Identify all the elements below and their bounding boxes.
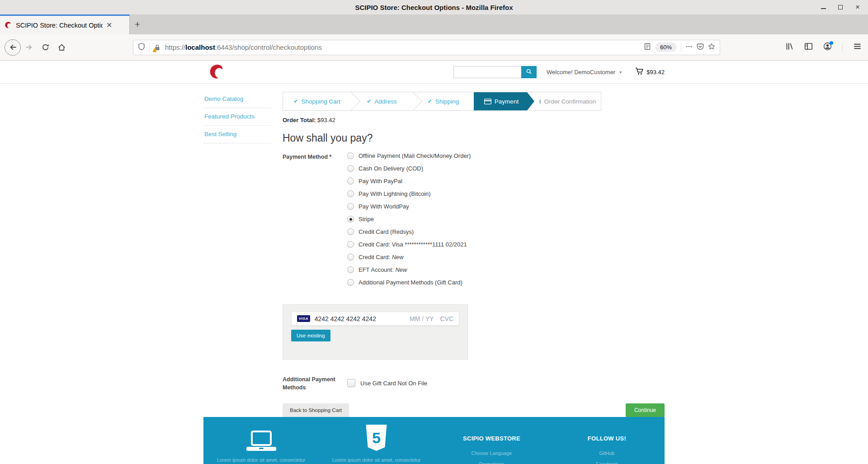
payment-option-label: Stripe <box>359 216 374 223</box>
radio-button[interactable] <box>347 152 354 159</box>
step-payment: Payment <box>474 92 534 110</box>
footer-links-webstore: Choose LanguagePromotions <box>434 448 549 464</box>
url-text: https://localhost:6443/shop/control/chec… <box>165 43 322 51</box>
footer-link[interactable]: Choose Language <box>434 450 549 456</box>
footer-text-1: Lorem ipsum dolor sit amet, consectetur … <box>213 457 309 464</box>
radio-button[interactable] <box>347 203 354 210</box>
radio-button[interactable] <box>347 216 354 223</box>
use-existing-button[interactable]: Use existing <box>291 330 330 341</box>
radio-button[interactable] <box>347 254 354 260</box>
footer-heading-webstore: SCIPIO WEBSTORE <box>434 435 549 442</box>
maximize-button[interactable] <box>837 4 844 10</box>
payment-option[interactable]: Cash On Delivery (COD) <box>347 165 471 172</box>
sidebar-link[interactable]: Featured Products <box>204 113 255 120</box>
tracking-shield-icon[interactable] <box>138 43 145 52</box>
sidebars-icon[interactable] <box>804 42 813 52</box>
radio-button[interactable] <box>347 266 354 273</box>
payment-option-label: EFT Account: New <box>359 266 407 273</box>
payment-option-label: Credit Card: Visa ************1111 02/20… <box>359 241 467 248</box>
back-to-cart-button[interactable]: Back to Shopping Cart <box>283 403 349 417</box>
sidebar-link[interactable]: Best Selling <box>204 131 236 137</box>
sidebar-link[interactable]: Demo Catalog <box>204 95 243 102</box>
home-button[interactable] <box>53 39 70 56</box>
payment-option[interactable]: Additional Payment Methods (Gift Card) <box>347 279 471 286</box>
footer-heading-follow: FOLLOW US! <box>549 435 665 442</box>
browser-toolbar: https://localhost:6443/shop/control/chec… <box>0 34 868 61</box>
forward-button[interactable] <box>21 39 37 56</box>
zoom-level-indicator[interactable]: 60% <box>655 43 677 52</box>
payment-option[interactable]: Pay With Lightning (Bitcoin) <box>347 190 471 198</box>
site-footer: Lorem ipsum dolor sit amet, consectetur … <box>203 417 665 464</box>
page-viewport: Welcome! DemoCustomer ▾ $93.42 Demo Cata… <box>0 61 868 464</box>
laptop-icon <box>246 431 276 451</box>
card-expiry-field[interactable]: MM / YY <box>410 315 434 322</box>
payment-option[interactable]: Offline Payment (Mail Check/Money Order) <box>347 152 471 160</box>
footer-link[interactable]: Facebook <box>549 461 665 464</box>
store-header: Welcome! DemoCustomer ▾ $93.42 <box>0 61 868 84</box>
footer-link[interactable]: GitHub <box>549 450 665 456</box>
card-cvc-field[interactable]: CVC <box>440 315 453 322</box>
payment-option-label: Additional Payment Methods (Gift Card) <box>359 279 462 286</box>
back-button[interactable] <box>5 39 21 56</box>
cart-icon <box>635 67 644 76</box>
payment-option[interactable]: Credit Card: New <box>347 253 471 261</box>
lock-icon[interactable] <box>154 44 161 51</box>
account-menu[interactable]: Welcome! DemoCustomer ▾ <box>547 69 622 76</box>
search-icon <box>526 68 532 76</box>
payment-option[interactable]: Credit Card (Redsys) <box>347 228 471 236</box>
close-window-button[interactable]: × <box>854 4 861 10</box>
reader-mode-icon[interactable] <box>644 43 651 52</box>
account-icon[interactable] <box>823 42 832 52</box>
radio-button[interactable] <box>347 190 354 197</box>
page-title: How shall you pay? <box>283 132 665 144</box>
radio-button[interactable] <box>347 241 354 248</box>
footer-link[interactable]: Promotions <box>434 461 549 464</box>
pocket-icon[interactable] <box>697 43 704 52</box>
library-icon[interactable] <box>785 42 794 52</box>
menu-hamburger-icon[interactable] <box>853 42 862 52</box>
page-actions-icon[interactable] <box>685 43 693 52</box>
step-shopping-cart[interactable]: ✔Shopping Cart <box>283 92 351 110</box>
url-bar[interactable]: https://localhost:6443/shop/control/chec… <box>133 40 720 55</box>
minimize-button[interactable] <box>820 4 826 10</box>
tab-bar: SCIPIO Store: Checkout Options ✕ + <box>0 14 868 34</box>
browser-tab[interactable]: SCIPIO Store: Checkout Options ✕ <box>0 14 130 34</box>
check-icon: ✔ <box>293 98 298 104</box>
sidebar-item: Demo Catalog <box>203 90 271 108</box>
radio-button[interactable] <box>347 165 354 172</box>
order-total-label: Order Total: <box>283 117 316 123</box>
search-button[interactable] <box>521 66 537 78</box>
radio-button[interactable] <box>347 228 354 235</box>
gift-card-checkbox[interactable] <box>347 379 355 387</box>
stripe-card-element[interactable]: VISA 4242 4242 4242 4242 MM / YY CVC <box>291 312 459 326</box>
payment-option[interactable]: EFT Account: New <box>347 266 471 274</box>
store-logo[interactable] <box>209 63 226 81</box>
continue-button[interactable]: Continue <box>626 403 665 417</box>
sidebar-nav: Demo CatalogFeatured ProductsBest Sellin… <box>203 90 271 143</box>
checkout-panel: ✔Shopping Cart✔Address✔ShippingPaymentiO… <box>283 90 665 417</box>
radio-button[interactable] <box>347 178 354 185</box>
reload-button[interactable] <box>37 39 53 56</box>
additional-payment-label: Additional Payment Methods <box>283 374 347 392</box>
payment-option-label: Credit Card: New <box>359 254 404 260</box>
check-icon: ✔ <box>428 98 432 104</box>
radio-button[interactable] <box>347 279 354 286</box>
order-total-value: $93.42 <box>317 117 335 123</box>
footer-links-follow: GitHubFacebook <box>549 448 665 464</box>
step-label: Shopping Cart <box>301 98 340 105</box>
html5-icon: 5 <box>366 425 387 451</box>
payment-option[interactable]: Stripe <box>347 215 471 223</box>
bookmark-star-icon[interactable] <box>708 43 715 52</box>
cart-button[interactable]: $93.42 <box>635 67 665 76</box>
new-tab-button[interactable]: + <box>130 14 145 34</box>
payment-option[interactable]: Pay With WorldPay <box>347 203 471 210</box>
search-input[interactable] <box>453 66 521 78</box>
payment-option[interactable]: Credit Card: Visa ************1111 02/20… <box>347 241 471 248</box>
window-title: SCIPIO Store: Checkout Options - Mozilla… <box>355 4 513 11</box>
info-icon: i <box>539 98 541 105</box>
payment-option[interactable]: Pay With PayPal <box>347 177 471 185</box>
tab-close-icon[interactable]: ✕ <box>106 22 112 29</box>
card-number-field[interactable]: 4242 4242 4242 4242 <box>315 315 376 322</box>
sidebar-item: Featured Products <box>203 108 271 126</box>
main-area: Demo CatalogFeatured ProductsBest Sellin… <box>0 84 868 417</box>
